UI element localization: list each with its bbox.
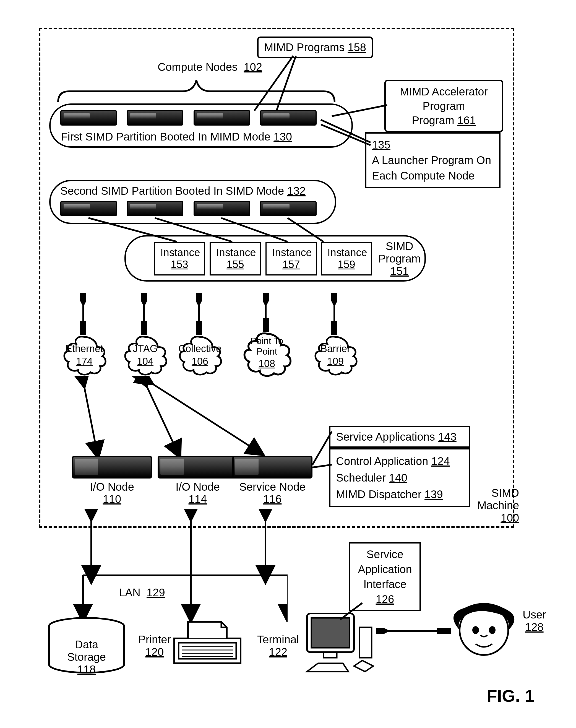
svg-line-3 [321, 120, 371, 142]
svg-rect-36 [323, 652, 337, 658]
svg-line-17 [313, 431, 332, 465]
terminal-label: Terminal122 [257, 634, 299, 658]
svg-line-14 [83, 380, 97, 451]
launcher-box: 135A Launcher Program On Each Compute No… [365, 132, 500, 188]
compute-node-rack [260, 201, 317, 216]
mimd-accelerator-box: MIMD Accelerator ProgramProgram 161 [384, 80, 503, 132]
printer-icon [171, 616, 243, 672]
jtag-cloud: JTAG104 [122, 334, 169, 375]
instance-box: Instance155 [210, 242, 261, 276]
compute-node-rack [127, 201, 183, 216]
user-label: User128 [523, 609, 546, 634]
compute-node-rack [194, 110, 250, 125]
double-arrow-icon [331, 293, 337, 335]
instance-box: Instance153 [154, 242, 205, 276]
compute-node-rack [194, 201, 250, 216]
svg-line-16 [147, 380, 257, 451]
p2p-cloud: Point ToPoint108 [240, 330, 293, 377]
instance-box: Instance159 [321, 242, 372, 276]
connector-lines [86, 215, 326, 245]
svg-line-38 [340, 603, 362, 620]
collective-cloud: Collective106 [176, 334, 224, 375]
simd-program-label: SIMDProgram151 [378, 240, 421, 277]
printer-label: Printer120 [138, 634, 171, 658]
diagram: Compute Nodes 102 MIMD Programs 158 MIMD… [11, 11, 576, 728]
compute-node-rack [60, 110, 117, 125]
compute-nodes-label: Compute Nodes 102 [157, 61, 262, 73]
svg-rect-37 [359, 627, 372, 658]
svg-rect-35 [311, 618, 349, 648]
barrier-cloud: Barrier109 [312, 334, 359, 375]
compute-node-rack [60, 201, 117, 216]
double-arrow-icon [196, 293, 202, 335]
svg-line-0 [254, 56, 293, 111]
pointer-line [318, 117, 373, 148]
double-arrow-icon [141, 293, 147, 335]
simd-machine-label: SIMDMachine100 [477, 487, 519, 524]
double-arrow-icon [263, 293, 269, 332]
compute-node-rack [127, 110, 183, 125]
pointer-line [310, 423, 335, 473]
instance-box: Instance157 [265, 242, 317, 276]
partition1-label: First SIMD Partition Booted In MIMD Mode… [61, 131, 292, 143]
double-arrow-icon [80, 293, 86, 335]
svg-line-8 [288, 218, 323, 242]
double-arrow-icon [376, 628, 451, 634]
io-node-2: I/O Node114 [157, 456, 238, 478]
service-applications-box: Service Applications 143 [329, 426, 470, 448]
svg-line-15 [144, 380, 177, 451]
lan-label: LAN 129 [119, 586, 165, 599]
arrow-group [69, 376, 277, 456]
lan-arrows [61, 509, 288, 622]
service-node: Service Node116 [232, 456, 313, 478]
svg-point-41 [489, 626, 495, 634]
svg-line-1 [277, 56, 296, 111]
user-icon [448, 603, 520, 663]
svg-point-40 [472, 626, 479, 634]
storage-label: Data Storage118 [55, 638, 118, 676]
service-details-box: Control Application 124 Scheduler 140 MI… [329, 448, 470, 507]
io-node-1: I/O Node110 [72, 456, 152, 478]
svg-line-18 [313, 465, 332, 468]
svg-line-7 [221, 218, 288, 242]
ethernet-cloud: Ethernet174 [61, 334, 108, 375]
svg-line-4 [321, 124, 371, 145]
figure-label: FIG. 1 [487, 686, 534, 706]
pointer-line [337, 600, 365, 622]
partition2-label: Second SIMD Partition Booted In SIMD Mod… [60, 185, 306, 197]
compute-node-rack [260, 110, 317, 125]
